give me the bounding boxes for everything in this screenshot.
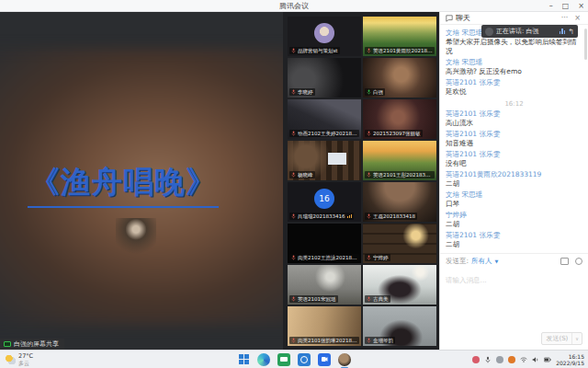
send-button[interactable]: 发送(S) ∨ bbox=[541, 332, 582, 345]
send-options-caret-icon[interactable]: ∨ bbox=[572, 335, 582, 342]
chat-text: 知音难遇 bbox=[446, 139, 582, 148]
record-tray-icon[interactable] bbox=[472, 356, 480, 363]
participant-avatar bbox=[314, 23, 334, 43]
weather-desc: 多云 bbox=[18, 360, 33, 366]
firefox-tray-icon[interactable] bbox=[508, 356, 515, 363]
emoji-icon[interactable] bbox=[575, 258, 582, 265]
minimize-button[interactable]: – bbox=[549, 0, 553, 12]
participant-name-label: 宁烨婷 bbox=[365, 254, 390, 261]
clock-time: 16:15 bbox=[556, 353, 584, 360]
chat-text: 延欢悦 bbox=[446, 87, 582, 97]
presenter-camera-figure bbox=[116, 218, 156, 259]
send-to-dropdown[interactable]: 所有人 bbox=[471, 257, 492, 266]
participant-tile[interactable]: 英语2101王彤2021831212 bbox=[363, 141, 436, 180]
participant-grid: 品牌营销与策划st英语2101黄雨欣20218331..李晓婷白强动画2102王… bbox=[288, 17, 435, 346]
chat-sender[interactable]: 英语2101 张乐雯 bbox=[446, 109, 582, 119]
audio-wave-icon bbox=[560, 29, 566, 34]
participant-panel: 品牌营销与策划st英语2101黄雨欣20218331..李晓婷白强动画2102王… bbox=[283, 12, 439, 350]
participant-tile[interactable]: 英语2101黄雨欣20218331.. bbox=[363, 17, 436, 56]
participant-name-label: 2021523097张丽敏 bbox=[365, 130, 423, 137]
participant-tile[interactable]: 宁烨婷 bbox=[363, 224, 436, 263]
participant-tile[interactable]: 王磊2021833418 bbox=[363, 182, 436, 222]
mic-tray-icon[interactable] bbox=[484, 356, 492, 363]
now-speaking-text: 正在讲话: 白强 bbox=[496, 27, 557, 36]
start-button[interactable] bbox=[237, 353, 250, 366]
weather-icon bbox=[6, 355, 16, 364]
mic-icon bbox=[367, 131, 371, 136]
collapse-arrow-icon[interactable]: ↰ bbox=[568, 28, 574, 36]
participant-name-label: 白强 bbox=[365, 88, 385, 96]
chat-text: 二胡 bbox=[446, 179, 582, 189]
taskbar-clock[interactable]: 16:15 2022/9/15 bbox=[556, 353, 584, 366]
weather-temp: 27°C bbox=[18, 353, 33, 360]
chat-message-list[interactable]: 文培 宋思瑶希望大家开启摄像头，以免影响后续签到情况文培 宋思瑶高兴激动? 反正… bbox=[440, 25, 588, 253]
chat-sender[interactable]: 文培 宋思瑶 bbox=[446, 58, 582, 67]
participant-tile[interactable]: 品牌营销与策划st bbox=[288, 17, 361, 56]
participant-name-label: 英语2101宋冠瑶 bbox=[289, 295, 338, 303]
chat-scrollbar[interactable] bbox=[584, 29, 587, 60]
participant-tile[interactable]: 肉类2102王浩泳2021834.. bbox=[288, 224, 361, 263]
screenshot-icon[interactable] bbox=[560, 258, 569, 265]
chat-sender[interactable]: 文培 宋思瑶 bbox=[446, 190, 582, 200]
chat-message: 英语2101 张乐雯高山流水 bbox=[446, 109, 582, 128]
chat-sender[interactable]: 宁烨婷 bbox=[446, 211, 582, 220]
meeting-window-avatar-icon[interactable] bbox=[338, 353, 351, 366]
chat-panel: 聊天 ··· × 文培 宋思瑶希望大家开启摄像头，以免影响后续签到情况文培 宋思… bbox=[439, 12, 588, 350]
send-to-caret-icon[interactable]: ▼ bbox=[495, 259, 499, 264]
mic-icon bbox=[367, 338, 371, 343]
chat-message: 文培 宋思瑶高兴激动? 反正没有emo bbox=[446, 58, 582, 76]
participant-tile[interactable]: 2021523097张丽敏 bbox=[363, 99, 436, 139]
chat-input[interactable]: 请输入消息... bbox=[446, 266, 582, 330]
mic-icon bbox=[291, 48, 296, 53]
speaker-avatar-icon bbox=[485, 28, 493, 36]
close-button[interactable]: × bbox=[578, 0, 584, 12]
send-button-label: 发送(S) bbox=[542, 333, 572, 344]
participant-name-label: 王磊2021833418 bbox=[365, 213, 417, 220]
window-title: 腾讯会议 bbox=[279, 1, 309, 11]
chat-text: 二胡 bbox=[446, 240, 582, 249]
edge-icon[interactable] bbox=[257, 353, 270, 366]
battery-icon[interactable] bbox=[544, 356, 551, 363]
weather-widget[interactable]: 27°C 多云 bbox=[0, 353, 64, 366]
network-signal-icon bbox=[347, 214, 352, 218]
taskbar: 27°C 多云 16:15 2022/9/15 bbox=[0, 350, 588, 368]
mic-icon bbox=[291, 213, 296, 219]
participant-name-label: 李晓婷 bbox=[289, 88, 315, 96]
participant-tile[interactable]: 白强 bbox=[363, 58, 436, 98]
participant-avatar: 16 bbox=[314, 189, 334, 209]
chat-menu-button[interactable]: ··· bbox=[560, 14, 571, 22]
speaker-icon[interactable] bbox=[532, 356, 539, 363]
mic-icon bbox=[291, 131, 296, 136]
chat-sender[interactable]: 英语2101 张乐雯 bbox=[446, 130, 582, 139]
maximize-button[interactable]: □ bbox=[562, 0, 570, 12]
chat-timestamp: 16:12 bbox=[446, 98, 582, 109]
chat-sender[interactable]: 英语2101 张乐雯 bbox=[446, 231, 582, 240]
mail-icon[interactable] bbox=[277, 353, 290, 366]
mic-icon bbox=[291, 338, 296, 343]
docs-app-icon[interactable] bbox=[298, 353, 311, 366]
chat-header: 聊天 ··· × bbox=[440, 12, 588, 25]
participant-name-label: 金增琴韵 bbox=[365, 337, 395, 344]
chat-message: 英语2101 张乐雯延欢悦 bbox=[446, 78, 582, 97]
participant-tile[interactable]: 李晓婷 bbox=[288, 58, 361, 98]
tray-app-icon[interactable] bbox=[496, 356, 503, 363]
chat-sender[interactable]: 英语2101 张乐雯 bbox=[446, 78, 582, 87]
participant-tile[interactable]: 英语2101宋冠瑶 bbox=[288, 265, 361, 305]
chat-close-button[interactable]: × bbox=[572, 14, 582, 22]
screen-share-view[interactable]: 《渔舟唱晚》 白强的屏幕共享 bbox=[0, 12, 283, 350]
chat-text: 二胡 bbox=[446, 220, 582, 229]
wifi-icon[interactable] bbox=[520, 356, 527, 363]
participant-tile[interactable]: 金增琴韵 bbox=[363, 306, 436, 346]
participant-tile[interactable]: 杨晓峰 bbox=[288, 141, 361, 180]
chat-sender[interactable]: 英语2101黄雨欣2021833119 bbox=[446, 170, 582, 179]
chat-sender[interactable]: 英语2101 张乐雯 bbox=[446, 150, 582, 159]
chat-footer: 发送至: 所有人 ▼ 请输入消息... 发送(S) ∨ bbox=[440, 253, 588, 350]
participant-tile[interactable]: 16吕瑞瑞2021833416 bbox=[288, 182, 361, 222]
tencent-meeting-icon[interactable] bbox=[318, 353, 331, 366]
participant-name-label: 品牌营销与策划st bbox=[289, 47, 340, 54]
participant-tile[interactable]: 动画2102王美婷20218379 bbox=[288, 99, 361, 139]
participant-tile[interactable]: 肉类2101张韵琳2021834.. bbox=[288, 306, 361, 346]
share-toast-text: 白强的屏幕共享 bbox=[14, 339, 59, 349]
send-to-label: 发送至: bbox=[446, 257, 469, 266]
participant-tile[interactable]: 古典美 bbox=[363, 265, 436, 305]
